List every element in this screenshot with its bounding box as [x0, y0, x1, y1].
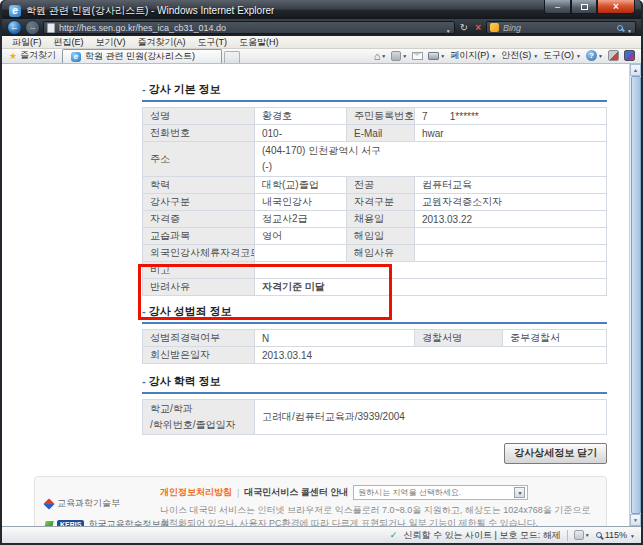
field-value: 고려대/컴퓨터교육과/3939/2004 [255, 400, 607, 435]
search-dropdown-icon[interactable] [627, 19, 632, 37]
field-value: 정교사2급 [255, 211, 347, 228]
status-bar: ✓ 신뢰할 수 있는 사이트 | 보호 모드: 해제 115% [2, 526, 641, 543]
help-icon: ? [586, 50, 597, 61]
field-label: 전화번호 [143, 125, 255, 142]
search-icon[interactable] [617, 25, 623, 31]
read-mail-button[interactable] [412, 52, 423, 60]
scroll-down-button[interactable]: ▼ [630, 514, 641, 526]
keris-badge: KERIS [57, 520, 84, 526]
field-value [255, 262, 607, 279]
section-dash-icon: - [142, 305, 146, 317]
field-label: 학력 [143, 177, 255, 194]
stop-icon: × [475, 22, 481, 33]
field-label: 주소 [143, 142, 255, 177]
addon-messenger-icon[interactable] [624, 50, 635, 61]
callcenter-label: 대국민서비스 콜센터 안내 [244, 486, 348, 499]
page-menu[interactable]: 페이지(P) [450, 49, 496, 62]
magnifier-icon [596, 532, 602, 538]
url-text[interactable]: http://hes.sen.go.kr/hes_ica_cb31_014.do [59, 23, 442, 33]
ministry-logo: 교육과학기술부 [45, 497, 150, 510]
field-label: 자격증 [143, 211, 255, 228]
field-value: 2013.03.22 [415, 211, 607, 228]
privacy-policy-link[interactable]: 개인정보처리방침 [160, 486, 232, 499]
field-value: hwar [415, 125, 607, 142]
keris-logo: KERIS 한국교육학술정보원 [45, 518, 150, 526]
region-select[interactable]: 원하시는 지역을 선택하세요. ▼ [353, 485, 528, 500]
field-label: 교습과목 [143, 228, 255, 245]
table-row: 반려사유 자격기준 미달 [143, 279, 607, 296]
field-label: 채용일 [347, 211, 415, 228]
keris-mark-icon [44, 521, 53, 526]
menu-help[interactable]: 도움말(H) [233, 36, 285, 49]
favorites-button[interactable]: ★ 즐겨찾기 [5, 48, 62, 63]
search-box[interactable]: Bing [486, 21, 636, 34]
search-input[interactable]: Bing [503, 23, 613, 33]
field-value: 7 1****** [415, 108, 607, 125]
field-label: 학교/학과 /학위번호/졸업일자 [143, 400, 255, 435]
scroll-up-button[interactable]: ▲ [630, 64, 641, 76]
address-dropdown-icon[interactable] [446, 19, 451, 37]
table-row: 비고 [143, 262, 607, 279]
vertical-scrollbar[interactable]: ▲ ▼ [629, 64, 641, 526]
help-button[interactable]: ? [586, 50, 603, 61]
field-label: 외국인강사체류자격코드 [143, 245, 255, 262]
maximize-button[interactable] [571, 0, 597, 14]
safety-menu[interactable]: 안전(S) [501, 49, 538, 62]
ie-logo-icon: e [9, 5, 21, 17]
tab-title: 학원 관련 민원(강사리스트) [85, 50, 195, 63]
table-row: 강사구분 내국인강사 자격구분 교원자격증소지자 [143, 194, 607, 211]
field-value: 010- [255, 125, 347, 142]
stop-button[interactable]: × [473, 22, 483, 33]
status-separator [567, 530, 568, 541]
menu-bar: 파일(F) 편집(E) 보기(V) 즐겨찾기(A) 도구(T) 도움말(H) [2, 36, 641, 49]
addon-sidebar-icon[interactable] [608, 50, 619, 61]
table-row: 전화번호 010- E-Mail hwar [143, 125, 607, 142]
print-button[interactable] [428, 52, 445, 60]
tools-menu[interactable]: 도구(O) [543, 49, 581, 62]
table-row: 교습과목 영어 해임일 [143, 228, 607, 245]
back-button[interactable]: ← [7, 20, 22, 35]
address-bar[interactable]: http://hes.sen.go.kr/hes_ica_cb31_014.do [43, 21, 455, 34]
refresh-button[interactable]: ↻ [458, 22, 470, 33]
minimize-button[interactable]: – [544, 0, 571, 14]
field-value: 중부경찰서 [503, 330, 607, 347]
maximize-icon [581, 4, 588, 10]
field-label: 회신받은일자 [143, 347, 255, 364]
minimize-icon: – [555, 2, 560, 12]
field-label: 강사구분 [143, 194, 255, 211]
field-value: 컴퓨터교육 [415, 177, 607, 194]
zoom-dropdown-icon [630, 530, 635, 540]
forward-button[interactable]: → [25, 20, 40, 35]
crime-info-table: 성범죄경력여부 N 경찰서명 중부경찰서 회신받은일자 2013.03.14 [142, 329, 607, 364]
section-dash-icon: - [142, 83, 146, 95]
menu-favorites[interactable]: 즐겨찾기(A) [132, 36, 192, 49]
favorites-label: 즐겨찾기 [20, 49, 56, 62]
home-button[interactable]: ⌂ [374, 51, 387, 61]
field-value [255, 245, 347, 262]
field-label: 해임일 [347, 228, 415, 245]
field-value: 황경호 [255, 108, 347, 125]
zoom-menu-button[interactable] [574, 530, 590, 540]
close-detail-button[interactable]: 강사상세정보 닫기 [504, 443, 607, 464]
menu-tools[interactable]: 도구(T) [192, 36, 234, 49]
menu-file[interactable]: 파일(F) [6, 36, 48, 49]
field-label: 해임사유 [347, 245, 415, 262]
new-tab-button[interactable] [224, 51, 240, 63]
close-button[interactable]: × [597, 0, 635, 14]
back-icon: ← [10, 22, 19, 32]
select-arrow-icon[interactable]: ▼ [514, 487, 525, 498]
feeds-button[interactable] [391, 51, 407, 61]
tab-active[interactable]: e 학원 관련 민원(강사리스트) [62, 49, 222, 63]
star-icon: ★ [9, 51, 17, 61]
feeds-icon [391, 51, 401, 61]
menu-edit[interactable]: 편집(E) [48, 36, 90, 49]
zoom-level-value: 115% [605, 530, 627, 540]
command-bar: ⌂ 페이지(P) 안전(S) 도구(O) ? [374, 49, 638, 63]
scrollbar-thumb[interactable] [631, 76, 641, 514]
footer-logos: 교육과학기술부 KERIS 한국교육학술정보원 [45, 485, 150, 526]
refresh-icon: ↻ [460, 22, 468, 33]
zoom-level-button[interactable]: 115% [596, 530, 635, 540]
instructor-detail-content: -강사 기본 정보 성명 황경호 주민등록번호 7 1****** 전화번호 0… [2, 64, 629, 464]
menu-view[interactable]: 보기(V) [90, 36, 132, 49]
region-select-value: 원하시는 지역을 선택하세요. [358, 487, 514, 498]
